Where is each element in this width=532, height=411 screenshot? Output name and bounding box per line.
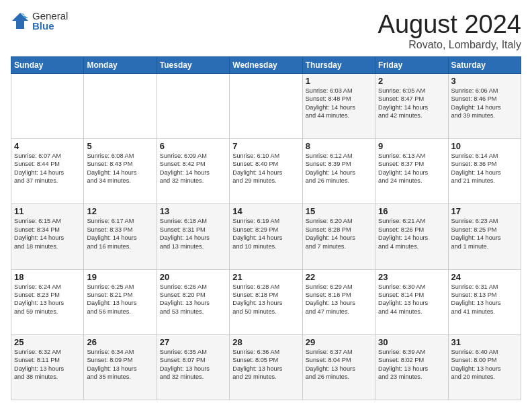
day-info: Sunrise: 6:21 AM Sunset: 8:26 PM Dayligh…	[378, 217, 445, 250]
table-row: 20Sunrise: 6:26 AM Sunset: 8:20 PM Dayli…	[157, 269, 229, 334]
table-row: 21Sunrise: 6:28 AM Sunset: 8:18 PM Dayli…	[230, 269, 302, 334]
table-row: 28Sunrise: 6:36 AM Sunset: 8:05 PM Dayli…	[230, 334, 302, 400]
location: Rovato, Lombardy, Italy	[378, 39, 521, 51]
day-info: Sunrise: 6:10 AM Sunset: 8:40 PM Dayligh…	[232, 152, 299, 185]
month-title: August 2024	[378, 11, 521, 39]
day-number: 21	[232, 272, 299, 282]
calendar-week-row: 11Sunrise: 6:15 AM Sunset: 8:34 PM Dayli…	[11, 204, 521, 269]
table-row: 11Sunrise: 6:15 AM Sunset: 8:34 PM Dayli…	[11, 204, 84, 269]
day-number: 30	[378, 337, 445, 347]
day-info: Sunrise: 6:09 AM Sunset: 8:42 PM Dayligh…	[160, 152, 226, 185]
table-row: 4Sunrise: 6:07 AM Sunset: 8:44 PM Daylig…	[11, 139, 84, 204]
svg-marker-0	[12, 13, 28, 29]
day-number: 3	[451, 76, 518, 86]
logo-general-label: General	[32, 11, 68, 21]
day-number: 14	[232, 206, 299, 216]
table-row: 26Sunrise: 6:34 AM Sunset: 8:09 PM Dayli…	[84, 334, 157, 400]
calendar-week-row: 25Sunrise: 6:32 AM Sunset: 8:11 PM Dayli…	[11, 334, 521, 400]
calendar-week-row: 1Sunrise: 6:03 AM Sunset: 8:48 PM Daylig…	[11, 73, 521, 138]
day-info: Sunrise: 6:39 AM Sunset: 8:02 PM Dayligh…	[378, 348, 445, 381]
day-info: Sunrise: 6:17 AM Sunset: 8:33 PM Dayligh…	[87, 217, 153, 250]
table-row: 30Sunrise: 6:39 AM Sunset: 8:02 PM Dayli…	[375, 334, 448, 400]
col-wednesday: Wednesday	[230, 56, 302, 73]
day-info: Sunrise: 6:28 AM Sunset: 8:18 PM Dayligh…	[232, 283, 299, 316]
day-number: 10	[451, 141, 518, 151]
table-row: 10Sunrise: 6:14 AM Sunset: 8:36 PM Dayli…	[448, 139, 521, 204]
day-info: Sunrise: 6:40 AM Sunset: 8:00 PM Dayligh…	[451, 348, 518, 381]
day-number: 24	[451, 272, 518, 282]
logo-text: General Blue	[32, 11, 68, 31]
day-info: Sunrise: 6:23 AM Sunset: 8:25 PM Dayligh…	[451, 217, 518, 250]
logo: General Blue	[11, 11, 68, 31]
col-thursday: Thursday	[302, 56, 375, 73]
table-row: 13Sunrise: 6:18 AM Sunset: 8:31 PM Dayli…	[157, 204, 229, 269]
table-row: 14Sunrise: 6:19 AM Sunset: 8:29 PM Dayli…	[230, 204, 302, 269]
table-row: 19Sunrise: 6:25 AM Sunset: 8:21 PM Dayli…	[84, 269, 157, 334]
day-number: 29	[306, 337, 372, 347]
calendar-header-row: Sunday Monday Tuesday Wednesday Thursday…	[11, 56, 521, 73]
col-saturday: Saturday	[448, 56, 521, 73]
day-number: 27	[160, 337, 226, 347]
day-number: 20	[160, 272, 226, 282]
day-number: 15	[306, 206, 372, 216]
day-info: Sunrise: 6:06 AM Sunset: 8:46 PM Dayligh…	[451, 87, 518, 120]
table-row	[157, 73, 229, 138]
day-number: 2	[378, 76, 445, 86]
title-block: August 2024 Rovato, Lombardy, Italy	[378, 11, 521, 51]
table-row: 3Sunrise: 6:06 AM Sunset: 8:46 PM Daylig…	[448, 73, 521, 138]
day-number: 19	[87, 272, 153, 282]
day-number: 7	[232, 141, 299, 151]
table-row: 1Sunrise: 6:03 AM Sunset: 8:48 PM Daylig…	[302, 73, 375, 138]
table-row: 16Sunrise: 6:21 AM Sunset: 8:26 PM Dayli…	[375, 204, 448, 269]
day-info: Sunrise: 6:13 AM Sunset: 8:37 PM Dayligh…	[378, 152, 445, 185]
table-row	[230, 73, 302, 138]
day-info: Sunrise: 6:34 AM Sunset: 8:09 PM Dayligh…	[87, 348, 153, 381]
table-row: 7Sunrise: 6:10 AM Sunset: 8:40 PM Daylig…	[230, 139, 302, 204]
calendar-week-row: 4Sunrise: 6:07 AM Sunset: 8:44 PM Daylig…	[11, 139, 521, 204]
day-info: Sunrise: 6:20 AM Sunset: 8:28 PM Dayligh…	[306, 217, 372, 250]
day-info: Sunrise: 6:30 AM Sunset: 8:14 PM Dayligh…	[378, 283, 445, 316]
day-info: Sunrise: 6:14 AM Sunset: 8:36 PM Dayligh…	[451, 152, 518, 185]
day-info: Sunrise: 6:37 AM Sunset: 8:04 PM Dayligh…	[306, 348, 372, 381]
table-row: 12Sunrise: 6:17 AM Sunset: 8:33 PM Dayli…	[84, 204, 157, 269]
day-number: 8	[306, 141, 372, 151]
table-row: 31Sunrise: 6:40 AM Sunset: 8:00 PM Dayli…	[448, 334, 521, 400]
table-row: 15Sunrise: 6:20 AM Sunset: 8:28 PM Dayli…	[302, 204, 375, 269]
day-number: 25	[14, 337, 81, 347]
day-info: Sunrise: 6:32 AM Sunset: 8:11 PM Dayligh…	[14, 348, 81, 381]
table-row: 6Sunrise: 6:09 AM Sunset: 8:42 PM Daylig…	[157, 139, 229, 204]
day-info: Sunrise: 6:31 AM Sunset: 8:13 PM Dayligh…	[451, 283, 518, 316]
table-row: 27Sunrise: 6:35 AM Sunset: 8:07 PM Dayli…	[157, 334, 229, 400]
day-info: Sunrise: 6:05 AM Sunset: 8:47 PM Dayligh…	[378, 87, 445, 120]
day-number: 9	[378, 141, 445, 151]
day-info: Sunrise: 6:24 AM Sunset: 8:23 PM Dayligh…	[14, 283, 81, 316]
day-number: 6	[160, 141, 226, 151]
day-number: 18	[14, 272, 81, 282]
day-info: Sunrise: 6:12 AM Sunset: 8:39 PM Dayligh…	[306, 152, 372, 185]
table-row: 9Sunrise: 6:13 AM Sunset: 8:37 PM Daylig…	[375, 139, 448, 204]
table-row: 24Sunrise: 6:31 AM Sunset: 8:13 PM Dayli…	[448, 269, 521, 334]
day-info: Sunrise: 6:35 AM Sunset: 8:07 PM Dayligh…	[160, 348, 226, 381]
day-number: 12	[87, 206, 153, 216]
table-row	[11, 73, 84, 138]
calendar-table: Sunday Monday Tuesday Wednesday Thursday…	[11, 56, 521, 400]
calendar-week-row: 18Sunrise: 6:24 AM Sunset: 8:23 PM Dayli…	[11, 269, 521, 334]
day-number: 23	[378, 272, 445, 282]
day-number: 4	[14, 141, 81, 151]
day-number: 1	[306, 76, 372, 86]
day-info: Sunrise: 6:26 AM Sunset: 8:20 PM Dayligh…	[160, 283, 226, 316]
logo-blue-label: Blue	[32, 21, 68, 31]
day-info: Sunrise: 6:36 AM Sunset: 8:05 PM Dayligh…	[232, 348, 299, 381]
day-number: 17	[451, 206, 518, 216]
day-number: 31	[451, 337, 518, 347]
table-row: 8Sunrise: 6:12 AM Sunset: 8:39 PM Daylig…	[302, 139, 375, 204]
col-tuesday: Tuesday	[157, 56, 229, 73]
day-info: Sunrise: 6:29 AM Sunset: 8:16 PM Dayligh…	[306, 283, 372, 316]
day-info: Sunrise: 6:03 AM Sunset: 8:48 PM Dayligh…	[306, 87, 372, 120]
day-number: 22	[306, 272, 372, 282]
day-info: Sunrise: 6:25 AM Sunset: 8:21 PM Dayligh…	[87, 283, 153, 316]
day-number: 16	[378, 206, 445, 216]
logo-icon	[11, 11, 30, 30]
page: General Blue August 2024 Rovato, Lombard…	[0, 0, 532, 411]
table-row: 23Sunrise: 6:30 AM Sunset: 8:14 PM Dayli…	[375, 269, 448, 334]
